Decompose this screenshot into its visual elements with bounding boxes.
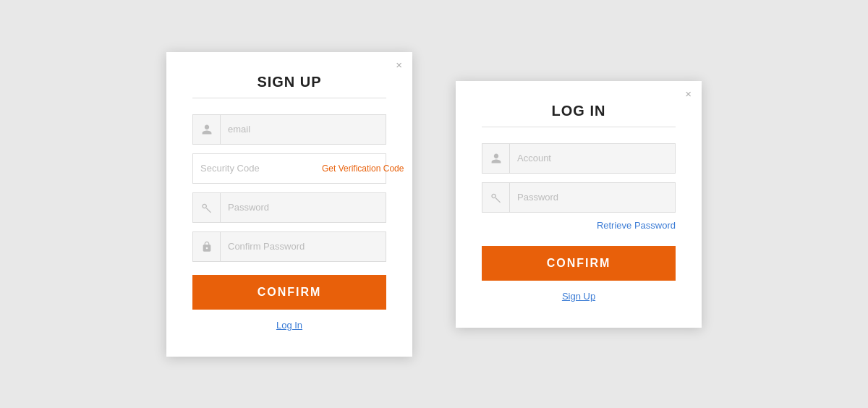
security-code-group: Get Verification Code <box>192 153 386 184</box>
login-key-icon <box>482 183 510 212</box>
confirm-password-input-group <box>192 231 386 262</box>
signup-link[interactable]: Sign Up <box>562 291 595 302</box>
login-close-button[interactable]: × <box>685 88 692 99</box>
login-divider <box>482 127 676 127</box>
account-input-group <box>482 143 676 174</box>
security-code-field[interactable] <box>200 154 322 183</box>
retrieve-password-link-container: Retrieve Password <box>482 218 676 231</box>
lock-icon <box>193 232 221 261</box>
signup-bottom-link: Log In <box>192 320 386 331</box>
login-title: LOG IN <box>482 103 676 119</box>
confirm-password-field[interactable] <box>221 232 386 261</box>
password-input-group <box>192 192 386 223</box>
signup-title: SIGN UP <box>192 74 386 90</box>
login-password-input-group <box>482 182 676 213</box>
email-field[interactable] <box>221 115 386 144</box>
account-field[interactable] <box>510 144 675 173</box>
key-icon <box>193 193 221 222</box>
login-modal: × LOG IN Retrieve Password CONFIRM Sign … <box>456 81 702 328</box>
signup-close-button[interactable]: × <box>396 59 402 70</box>
signup-modal: × SIGN UP Get Verification Code <box>166 52 412 357</box>
email-input-group <box>192 114 386 145</box>
login-password-field[interactable] <box>510 183 675 212</box>
signup-divider <box>192 98 386 98</box>
login-bottom-link: Sign Up <box>482 291 676 302</box>
retrieve-password-link[interactable]: Retrieve Password <box>597 220 676 231</box>
account-user-icon <box>482 144 510 173</box>
signup-confirm-button[interactable]: CONFIRM <box>192 275 386 310</box>
login-link[interactable]: Log In <box>276 320 302 331</box>
user-icon <box>193 115 221 144</box>
get-verification-code-button[interactable]: Get Verification Code <box>322 163 404 174</box>
login-confirm-button[interactable]: CONFIRM <box>482 246 676 281</box>
password-field[interactable] <box>221 193 386 222</box>
